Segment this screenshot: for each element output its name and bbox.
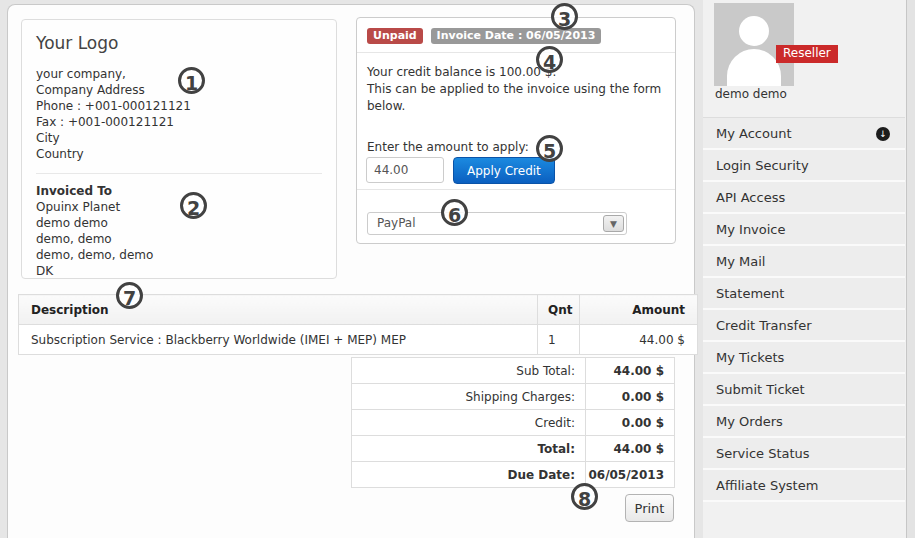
chevron-down-icon[interactable]: ▼ — [603, 215, 624, 232]
invoiced-to-line: Opuinx Planet — [36, 199, 322, 215]
sidebar-item-submit-ticket[interactable]: Submit Ticket — [703, 374, 905, 406]
sidebar-item-label: Service Status — [716, 446, 810, 461]
total-label: Due Date: — [352, 462, 586, 488]
table-row: Subscription Service : Blackberry Worldw… — [19, 325, 698, 355]
credit-balance-line1: Your credit balance is 100.00 $. — [367, 64, 669, 81]
divider — [36, 173, 322, 174]
callout-8: 8 — [571, 483, 598, 510]
payment-method-select[interactable]: PayPal ▼ — [367, 212, 627, 235]
sidebar-item-label: My Mail — [716, 254, 765, 269]
company-info-box: Your Logo your company, Company Address … — [21, 19, 337, 279]
username: demo demo — [715, 87, 787, 101]
total-label: Sub Total: — [352, 358, 586, 384]
invoice-date-badge: Invoice Date : 06/05/2013 — [431, 28, 602, 44]
callout-4: 4 — [536, 46, 563, 73]
total-row-total: Total: 44.00 $ — [352, 436, 675, 462]
sidebar-item-label: Login Security — [716, 158, 809, 173]
callout-6: 6 — [441, 199, 468, 226]
total-value: 44.00 $ — [586, 436, 675, 462]
invoiced-to-line: demo, demo, demo — [36, 247, 322, 263]
apply-amount-label: Enter the amount to apply: — [367, 140, 529, 154]
invoiced-to-line: DK — [36, 263, 322, 279]
sidebar-item-label: My Invoice — [716, 222, 786, 237]
sidebar-item-affiliate-system[interactable]: Affiliate System — [703, 470, 905, 502]
sidebar-item-credit-transfer[interactable]: Credit Transfer — [703, 310, 905, 342]
sidebar-menu: My Account ↓ Login Security API Access M… — [703, 117, 905, 502]
sidebar-item-my-tickets[interactable]: My Tickets — [703, 342, 905, 374]
total-row-credit: Credit: 0.00 $ — [352, 410, 675, 436]
status-badge: Unpaid — [367, 28, 423, 44]
total-row-due-date: Due Date: 06/05/2013 — [352, 462, 675, 488]
total-value: 0.00 $ — [586, 410, 675, 436]
callout-5: 5 — [536, 135, 563, 162]
company-country: Country — [36, 146, 322, 162]
sidebar-item-api-access[interactable]: API Access — [703, 182, 905, 214]
invoice-totals-table: Sub Total: 44.00 $ Shipping Charges: 0.0… — [351, 357, 675, 488]
credit-balance-text: Your credit balance is 100.00 $. This ca… — [367, 64, 669, 115]
sidebar-item-label: My Orders — [716, 414, 783, 429]
sidebar-item-my-mail[interactable]: My Mail — [703, 246, 905, 278]
apply-amount-input[interactable] — [366, 157, 444, 183]
payment-method-value: PayPal — [377, 216, 416, 230]
invoiced-to-line: demo, demo — [36, 231, 322, 247]
sidebar-item-my-orders[interactable]: My Orders — [703, 406, 905, 438]
invoiced-to-heading: Invoiced To — [36, 183, 322, 199]
total-value: 0.00 $ — [586, 384, 675, 410]
credit-balance-line2: This can be applied to the invoice using… — [367, 81, 669, 115]
item-qnt: 1 — [538, 325, 580, 355]
apply-credit-button[interactable]: Apply Credit — [453, 157, 555, 184]
item-description: Subscription Service : Blackberry Worldw… — [19, 325, 538, 355]
company-fax: Fax : +001-000121121 — [36, 114, 322, 130]
invoiced-to-line: demo demo — [36, 215, 322, 231]
total-label: Total: — [352, 436, 586, 462]
item-amount: 44.00 $ — [580, 325, 698, 355]
badge-row: Unpaid Invoice Date : 06/05/2013 — [357, 18, 675, 53]
sidebar-item-my-account[interactable]: My Account ↓ — [703, 118, 905, 150]
sidebar-item-login-security[interactable]: Login Security — [703, 150, 905, 182]
callout-3: 3 — [551, 3, 578, 30]
reseller-badge: Reseller — [776, 45, 838, 63]
callout-1: 1 — [178, 67, 205, 94]
avatar-person-icon — [739, 16, 769, 46]
sidebar-item-label: Credit Transfer — [716, 318, 812, 333]
sidebar-right-strip — [906, 0, 915, 538]
company-logo: Your Logo — [36, 33, 322, 53]
header-description: Description — [19, 295, 538, 325]
print-button[interactable]: Print — [625, 494, 674, 522]
sidebar-item-my-invoice[interactable]: My Invoice — [703, 214, 905, 246]
company-city: City — [36, 130, 322, 146]
invoice-status-panel: Unpaid Invoice Date : 06/05/2013 Your cr… — [356, 17, 676, 244]
sidebar-item-service-status[interactable]: Service Status — [703, 438, 905, 470]
divider — [357, 189, 675, 190]
total-row-subtotal: Sub Total: 44.00 $ — [352, 358, 675, 384]
total-value: 44.00 $ — [586, 358, 675, 384]
sidebar-item-label: API Access — [716, 190, 785, 205]
avatar-person-icon — [727, 49, 781, 86]
total-label: Shipping Charges: — [352, 384, 586, 410]
invoice-page-panel: Your Logo your company, Company Address … — [7, 4, 695, 538]
sidebar-item-label: Affiliate System — [716, 478, 818, 493]
callout-7: 7 — [116, 282, 143, 309]
account-sidebar: Reseller demo demo My Account ↓ Login Se… — [703, 0, 915, 538]
expand-down-icon[interactable]: ↓ — [876, 127, 890, 141]
sidebar-item-statement[interactable]: Statement — [703, 278, 905, 310]
company-phone: Phone : +001-000121121 — [36, 98, 322, 114]
total-label: Credit: — [352, 410, 586, 436]
header-qnt: Qnt — [538, 295, 580, 325]
sidebar-item-label: Statement — [716, 286, 784, 301]
total-row-shipping: Shipping Charges: 0.00 $ — [352, 384, 675, 410]
sidebar-item-label: My Account — [716, 126, 792, 141]
header-amount: Amount — [580, 295, 698, 325]
total-value: 06/05/2013 — [586, 462, 675, 488]
callout-2: 2 — [180, 192, 207, 219]
sidebar-item-label: My Tickets — [716, 350, 784, 365]
sidebar-item-label: Submit Ticket — [716, 382, 805, 397]
